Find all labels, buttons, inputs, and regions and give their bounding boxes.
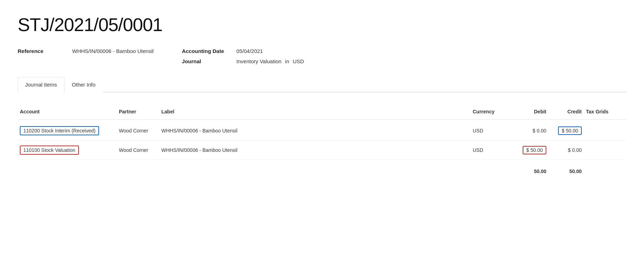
row2-debit-value[interactable]: $ 50.00 — [523, 146, 546, 154]
row1-credit[interactable]: $ 50.00 — [548, 125, 584, 136]
row1-options — [616, 129, 626, 132]
accounting-date-row: Accounting Date 05/04/2021 — [182, 48, 304, 54]
table-row: 110100 Stock Valuation Wood Corner WHHS/… — [18, 141, 626, 160]
totals-empty-2 — [117, 167, 159, 176]
header-tax-grids: Tax Grids — [584, 107, 616, 116]
right-fields: Accounting Date 05/04/2021 Journal Inven… — [182, 48, 304, 64]
reference-row: Reference WHHS/IN/00006 - Bamboo Utensil — [18, 48, 154, 54]
row2-account[interactable]: 110100 Stock Valuation — [18, 144, 117, 156]
journal-in-text: in — [285, 58, 289, 64]
account-110200[interactable]: 110200 Stock Interim (Received) — [20, 126, 99, 135]
journal-row: Journal Inventory Valuation in USD — [182, 58, 304, 64]
row2-label: WHHS/IN/00006 - Bamboo Utensil — [159, 146, 471, 154]
totals-empty-6 — [616, 167, 626, 176]
row2-currency: USD — [471, 146, 506, 154]
header-options — [616, 107, 626, 116]
tab-other-info[interactable]: Other Info — [64, 77, 103, 93]
totals-empty-3 — [159, 167, 471, 176]
row1-currency: USD — [471, 126, 506, 135]
row1-credit-value[interactable]: $ 50.00 — [558, 126, 582, 135]
row1-tax-grids — [584, 129, 616, 132]
row1-label: WHHS/IN/00006 - Bamboo Utensil — [159, 126, 471, 135]
totals-empty-1 — [18, 167, 117, 176]
row2-options — [616, 149, 626, 152]
totals-empty-4 — [471, 167, 506, 176]
accounting-date-value: 05/04/2021 — [236, 48, 263, 54]
row2-credit: $ 0.00 — [548, 146, 584, 154]
header-partner: Partner — [117, 107, 159, 116]
tab-journal-items[interactable]: Journal Items — [18, 77, 64, 93]
header-label: Label — [159, 107, 471, 116]
header-account: Account — [18, 107, 117, 116]
header-debit: Debit — [506, 107, 548, 116]
totals-debit: 50.00 — [506, 167, 548, 176]
header-credit: Credit — [548, 107, 584, 116]
row2-partner: Wood Corner — [117, 146, 159, 154]
totals-empty-5 — [584, 167, 616, 176]
journal-label: Journal — [182, 58, 228, 64]
journal-items-table: Account Partner Label Currency Debit Cre… — [18, 104, 626, 178]
totals-credit: 50.00 — [548, 167, 584, 176]
row1-account[interactable]: 110200 Stock Interim (Received) — [18, 125, 117, 137]
tabs-section: Journal Items Other Info — [18, 77, 626, 93]
header-currency: Currency — [471, 107, 506, 116]
row2-tax-grids — [584, 149, 616, 152]
journal-value[interactable]: Inventory Valuation in USD — [236, 58, 304, 64]
table-row: 110200 Stock Interim (Received) Wood Cor… — [18, 121, 626, 141]
journal-link[interactable]: Inventory Valuation — [236, 58, 281, 64]
row1-partner: Wood Corner — [117, 126, 159, 135]
journal-currency-link[interactable]: USD — [293, 58, 304, 64]
totals-row: 50.00 50.00 — [18, 160, 626, 178]
reference-value: WHHS/IN/00006 - Bamboo Utensil — [72, 48, 154, 54]
account-110100[interactable]: 110100 Stock Valuation — [20, 146, 79, 155]
left-fields: Reference WHHS/IN/00006 - Bamboo Utensil — [18, 48, 154, 64]
fields-section: Reference WHHS/IN/00006 - Bamboo Utensil… — [18, 48, 626, 64]
reference-label: Reference — [18, 48, 64, 54]
table-header: Account Partner Label Currency Debit Cre… — [18, 104, 626, 120]
accounting-date-label: Accounting Date — [182, 48, 228, 54]
row2-debit[interactable]: $ 50.00 — [506, 144, 548, 156]
row1-debit: $ 0.00 — [506, 126, 548, 135]
page-title: STJ/2021/05/0001 — [18, 14, 626, 35]
